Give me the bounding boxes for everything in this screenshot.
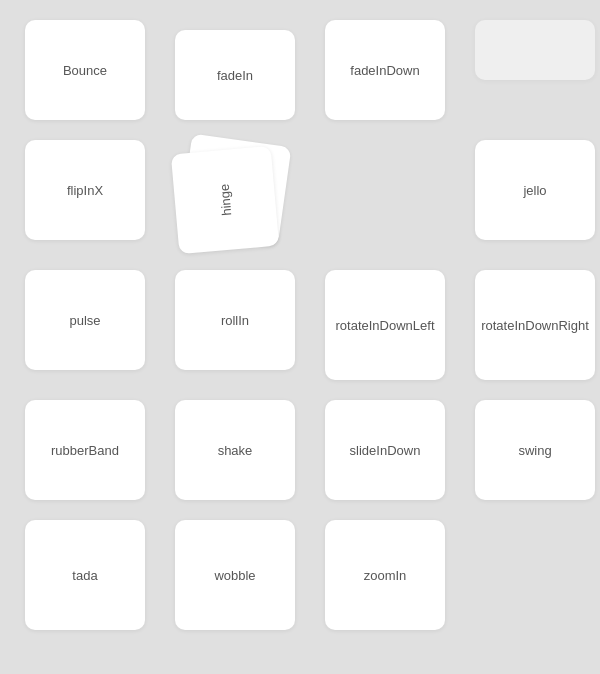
rotateInDownRight-card[interactable]: rotateInDownRight <box>475 270 595 380</box>
rotateInDownLeft-card[interactable]: rotateInDownLeft <box>325 270 445 380</box>
fadeInDown-label: fadeInDown <box>350 63 419 78</box>
bounce-card[interactable]: Bounce <box>25 20 145 120</box>
hinge-wrapper[interactable]: hinge <box>175 140 305 250</box>
rubberBand-card[interactable]: rubberBand <box>25 400 145 500</box>
shake-label: shake <box>218 443 253 458</box>
empty-faded-card <box>475 20 595 80</box>
pulse-card[interactable]: pulse <box>25 270 145 370</box>
jello-label: jello <box>523 183 546 198</box>
swing-label: swing <box>518 443 551 458</box>
bounce-label: Bounce <box>63 63 107 78</box>
pulse-label: pulse <box>69 313 100 328</box>
rollIn-card[interactable]: rollIn <box>175 270 295 370</box>
hinge-label: hinge <box>216 184 234 217</box>
rubberBand-label: rubberBand <box>51 443 119 458</box>
empty-cell-r5c4 <box>475 520 595 620</box>
jello-card[interactable]: jello <box>475 140 595 240</box>
flipInX-label: flipInX <box>67 183 103 198</box>
fadeIn-card[interactable]: fadeIn <box>175 30 295 120</box>
fadeIn-label: fadeIn <box>217 68 253 83</box>
wobble-card[interactable]: wobble <box>175 520 295 630</box>
empty-cell-r2c3 <box>325 140 445 240</box>
rotateInDownLeft-label: rotateInDownLeft <box>335 318 434 333</box>
swing-card[interactable]: swing <box>475 400 595 500</box>
slideInDown-card[interactable]: slideInDown <box>325 400 445 500</box>
rollIn-label: rollIn <box>221 313 249 328</box>
flipInX-card[interactable]: flipInX <box>25 140 145 240</box>
tada-label: tada <box>72 568 97 583</box>
tada-card[interactable]: tada <box>25 520 145 630</box>
shake-card[interactable]: shake <box>175 400 295 500</box>
fadeInDown-card[interactable]: fadeInDown <box>325 20 445 120</box>
slideInDown-label: slideInDown <box>350 443 421 458</box>
zoomIn-card[interactable]: zoomIn <box>325 520 445 630</box>
rotateInDownRight-label: rotateInDownRight <box>481 318 589 333</box>
hinge-card-front: hinge <box>171 146 279 254</box>
zoomIn-label: zoomIn <box>364 568 407 583</box>
wobble-label: wobble <box>214 568 255 583</box>
